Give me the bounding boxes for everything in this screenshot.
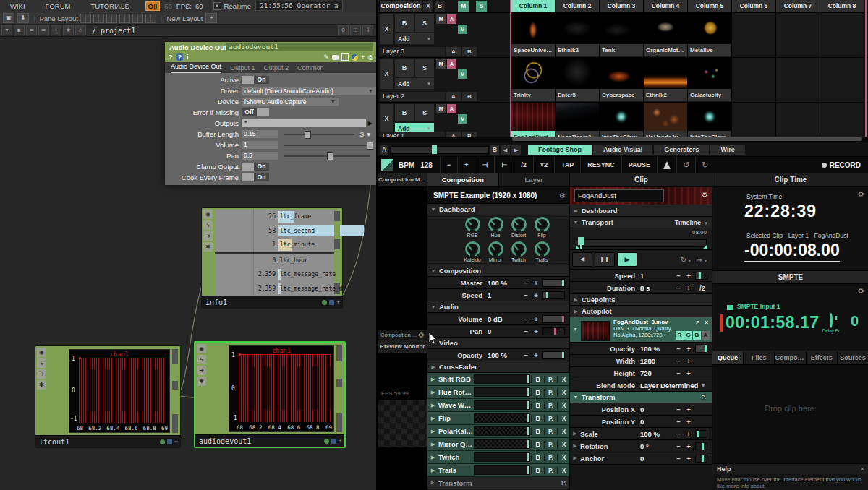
clip-thumbnail[interactable] [600, 103, 643, 131]
autopilot-section[interactable]: ▶Autopilot [570, 306, 712, 317]
dashboard-knob[interactable]: RGB [461, 215, 484, 239]
layout-preset-1[interactable] [80, 14, 91, 23]
red-channel-button[interactable]: R [676, 331, 684, 340]
effect-row[interactable]: ▶ PolarKaleido B P. X [427, 425, 570, 438]
clip-transform-section[interactable]: ▼TransformP. [570, 392, 712, 403]
composition-x-button[interactable]: X [423, 1, 433, 12]
effect-preset-button[interactable]: P. [544, 389, 557, 396]
browser-tab[interactable]: Compositions [775, 351, 806, 364]
alpha-channel-button[interactable]: A [702, 331, 710, 340]
play-direction-icon[interactable]: ↦ ▾ [697, 256, 707, 264]
operator-name-field[interactable]: audiodevout1 [226, 43, 373, 51]
composition-grid-tab[interactable]: Composition [380, 1, 422, 12]
plus-button[interactable]: + [531, 315, 541, 323]
active-toggle[interactable]: On [242, 76, 269, 84]
layer-audio-button[interactable]: A [447, 104, 456, 113]
plus-button[interactable]: + [684, 442, 694, 450]
volume-value[interactable]: 0 dB [488, 315, 521, 323]
dropdown-icon[interactable]: ▾ [1, 25, 12, 35]
realtime-checkbox[interactable]: x [213, 2, 221, 10]
grid-scrollbar[interactable] [378, 137, 868, 142]
empty-clip-cell[interactable] [776, 103, 820, 142]
effect-row[interactable]: ▶ Hue Rotate B P. X [427, 386, 570, 399]
dashboard-knob[interactable]: Distort [507, 215, 530, 239]
bpm-button[interactable]: + [457, 157, 475, 173]
clip-speed-slider[interactable] [695, 272, 707, 280]
cook-flag-icon[interactable]: ✱ [197, 377, 206, 386]
opacity-slider[interactable] [542, 351, 565, 359]
param-value[interactable]: 0 [640, 455, 673, 463]
plus-icon[interactable]: + [336, 298, 340, 306]
bpm-button[interactable]: ⊣ [475, 157, 494, 173]
green-dot-icon[interactable] [160, 439, 165, 444]
param-value[interactable]: 0 ° [640, 442, 673, 450]
master-value[interactable]: 100 % [488, 279, 521, 287]
forward-icon[interactable]: ⇨ [38, 25, 49, 35]
clip-thumbnail[interactable] [644, 58, 687, 89]
effect-remove-button[interactable]: X [557, 415, 570, 422]
node-name[interactable]: ltcout1 [39, 438, 69, 446]
empty-clip-cell[interactable] [732, 58, 776, 102]
halve-duration-button[interactable]: /2 [699, 284, 705, 292]
dialog-tab[interactable]: Common [297, 64, 324, 73]
column-header[interactable]: Column 5 [688, 0, 732, 12]
viewer-flag-icon[interactable]: ◉ [197, 344, 206, 353]
effect-remove-button[interactable]: X [557, 454, 570, 461]
layer-m-button[interactable]: M [436, 14, 446, 24]
layer-clear-button[interactable]: X [380, 59, 393, 89]
clip-opacity-value[interactable]: 100 % [640, 345, 673, 353]
buffer-length-value[interactable]: 0.15 [242, 130, 278, 138]
layer-audio-button[interactable]: A [447, 14, 456, 24]
effect-mix-slider[interactable] [474, 374, 530, 384]
clip-cell[interactable]: IntoTheGlow [600, 103, 644, 142]
chop-viewer[interactable]: chan1 1 0 -1 6868.268.468.668.869 [69, 349, 170, 433]
clip-name[interactable]: SpaceUniverse [511, 44, 555, 56]
cook-every-frame-toggle[interactable]: On [242, 173, 269, 181]
effect-name[interactable]: Flip [438, 414, 474, 422]
effect-preset-button[interactable]: P. [544, 441, 557, 448]
bypass-flag-icon[interactable]: ϟ [197, 355, 206, 364]
help-icon[interactable]: ? [169, 53, 173, 61]
effect-mix-slider[interactable] [474, 413, 530, 423]
panel-tab[interactable]: Composition [427, 173, 499, 186]
driver-menu[interactable]: default (DirectSound/CoreAudio)▼ [242, 87, 376, 95]
plus-button[interactable]: + [684, 405, 694, 413]
column-header[interactable]: Column 1 [511, 0, 556, 12]
clip-thumbnail[interactable] [600, 13, 643, 44]
clip-cell[interactable]: NeonBeam2 [556, 103, 600, 142]
cuepoints-section[interactable]: ▶Cuepoints [570, 294, 712, 306]
param-slider[interactable] [695, 430, 707, 438]
clip-name[interactable]: Tank [600, 44, 643, 56]
out-point-marker[interactable] [703, 245, 707, 249]
add-icon[interactable]: + [361, 53, 365, 61]
blue-dot-icon[interactable] [167, 439, 172, 444]
plus-button[interactable]: + [531, 279, 541, 287]
effect-preset-button[interactable]: P. [544, 454, 557, 461]
bpm-value[interactable]: 128 [420, 157, 433, 173]
save-layout-icon[interactable]: ⬇ [17, 13, 29, 23]
crossfader-a-label[interactable]: A [380, 145, 388, 155]
window-icon[interactable]: □ [350, 25, 361, 35]
node-name[interactable]: audiodevout1 [199, 437, 251, 445]
clip-opacity-slider[interactable] [695, 345, 707, 353]
clip-thumbnail[interactable] [511, 58, 555, 89]
plus-button[interactable]: + [684, 272, 694, 280]
copy-icon[interactable] [341, 53, 349, 61]
play-button[interactable]: ▶ [617, 252, 637, 267]
expand-icon[interactable]: ↗ [695, 319, 700, 326]
plus-icon[interactable]: + [339, 437, 342, 444]
close-icon[interactable]: × [861, 465, 864, 473]
plus-button[interactable]: + [684, 455, 694, 463]
param-value[interactable]: 0 [640, 418, 673, 426]
bpm-button[interactable]: PAUSE [621, 157, 657, 173]
minus-button[interactable]: − [673, 272, 684, 280]
gear-icon[interactable]: ⚙ [418, 331, 425, 339]
speed-value[interactable]: 1 [488, 291, 521, 299]
effect-preset-button[interactable]: P. [544, 428, 557, 435]
pan-value[interactable]: 0.5 [242, 152, 278, 160]
video-section[interactable]: ▼Video [427, 338, 570, 349]
clip-source-row[interactable]: ▼ FogAndDust_3.mov DXV 3.0 Normal Qualit… [570, 317, 712, 343]
empty-clip-cell[interactable] [820, 58, 864, 102]
dashboard-knob[interactable]: Kaleido [461, 240, 484, 264]
plus-button[interactable]: + [531, 351, 541, 359]
